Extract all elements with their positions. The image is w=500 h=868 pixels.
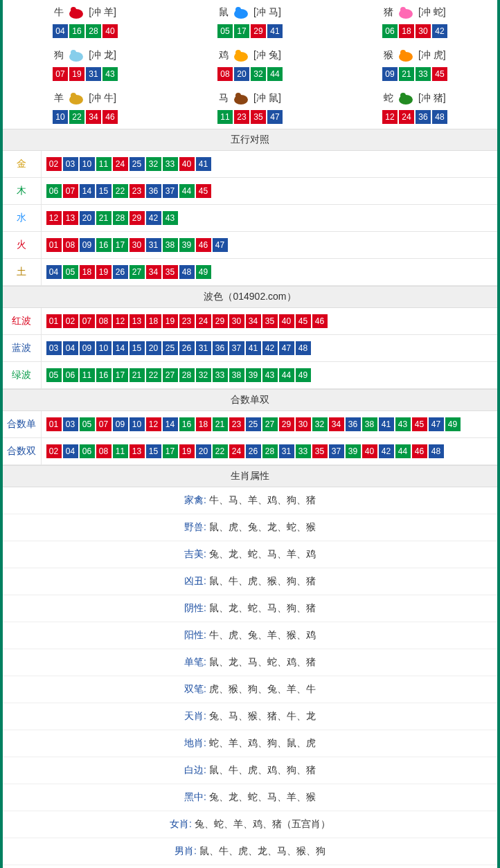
- number-ball: 15: [96, 184, 111, 198]
- attr-value: 蛇、羊、鸡、狗、鼠、虎: [209, 737, 316, 748]
- zodiac-cell: 鼠 [冲 马] 05172941: [168, 0, 332, 43]
- number-ball: 11: [217, 110, 233, 124]
- number-ball: 48: [432, 110, 447, 124]
- attr-row: 野兽: 鼠、虎、兔、龙、蛇、猴: [3, 514, 497, 541]
- number-ball: 06: [80, 444, 95, 458]
- row-label: 蓝波: [3, 335, 41, 362]
- number-ball: 24: [229, 444, 244, 458]
- number-ball: 04: [63, 341, 78, 355]
- table-row: 绿波 05061116172122272832333839434449: [3, 362, 497, 389]
- svg-point-5: [400, 7, 406, 12]
- number-ball: 35: [262, 314, 278, 328]
- zodiac-conflict: [冲 兔]: [253, 49, 281, 62]
- number-ball: 35: [312, 444, 328, 458]
- row-numbers: 03040910141520252631363741424748: [41, 335, 497, 362]
- number-ball: 43: [262, 368, 278, 382]
- number-ball: 47: [267, 110, 283, 124]
- number-ball: 48: [429, 444, 444, 458]
- number-ball: 12: [46, 211, 62, 225]
- zodiac-cell: 猴 [冲 虎] 09213345: [332, 43, 497, 86]
- svg-point-7: [71, 50, 76, 55]
- svg-point-11: [400, 50, 406, 55]
- number-ball: 32: [251, 67, 266, 81]
- zodiac-icon: [230, 4, 252, 21]
- number-ball: 30: [296, 417, 311, 431]
- number-ball: 23: [234, 110, 249, 124]
- row-numbers: 0103050709101214161821232527293032343638…: [41, 411, 497, 438]
- attr-row: 单笔: 鼠、龙、马、蛇、鸡、猪: [3, 649, 497, 676]
- number-ball: 09: [382, 67, 398, 81]
- number-ball: 30: [416, 24, 431, 38]
- number-ball: 05: [80, 417, 95, 431]
- number-ball: 02: [63, 314, 78, 328]
- zodiac-icon: [65, 4, 87, 21]
- number-ball: 17: [113, 238, 128, 252]
- zodiac-grid: 牛 [冲 羊] 04162840 鼠 [冲 马] 05172941 猪: [3, 0, 497, 129]
- number-ball: 32: [312, 417, 328, 431]
- number-ball: 42: [262, 341, 278, 355]
- svg-point-9: [235, 50, 241, 55]
- attr-row: 黑中: 兔、龙、蛇、马、羊、猴: [3, 784, 497, 811]
- zodiac-conflict: [冲 蛇]: [418, 6, 446, 19]
- number-ball: 13: [63, 211, 78, 225]
- attr-label: 黑中:: [184, 791, 209, 802]
- number-ball: 11: [113, 444, 128, 458]
- attr-label: 双笔:: [184, 683, 209, 694]
- number-ball: 18: [80, 265, 95, 279]
- number-ball: 33: [163, 157, 178, 171]
- table-row: 木 06071415222336374445: [3, 178, 497, 205]
- attr-row: 家禽: 牛、马、羊、鸡、狗、猪: [3, 487, 497, 514]
- number-ball: 37: [329, 444, 344, 458]
- number-ball: 16: [69, 24, 84, 38]
- number-ball: 36: [146, 184, 161, 198]
- zodiac-conflict: [冲 牛]: [89, 92, 116, 105]
- number-ball: 06: [382, 24, 398, 38]
- number-ball: 10: [53, 110, 68, 124]
- number-ball: 42: [146, 211, 161, 225]
- zodiac-name: 猪: [384, 6, 393, 19]
- number-ball: 27: [163, 368, 178, 382]
- number-ball: 36: [213, 341, 228, 355]
- number-ball: 10: [96, 341, 111, 355]
- number-ball: 08: [96, 314, 111, 328]
- zodiac-cell: 猪 [冲 蛇] 06183042: [332, 0, 497, 43]
- zodiac-cell: 蛇 [冲 猪] 12243648: [332, 86, 497, 129]
- table-row: 火 0108091617303138394647: [3, 232, 497, 259]
- number-ball: 45: [196, 184, 211, 198]
- number-ball: 04: [53, 24, 68, 38]
- number-ball: 41: [379, 417, 394, 431]
- zodiac-name: 羊: [54, 92, 64, 105]
- number-ball: 26: [246, 444, 261, 458]
- number-ball: 21: [399, 67, 414, 81]
- attr-row: 地肖: 蛇、羊、鸡、狗、鼠、虎: [3, 730, 497, 757]
- number-ball: 10: [80, 157, 95, 171]
- number-ball: 29: [251, 24, 266, 38]
- number-ball: 19: [69, 67, 84, 81]
- bose-table: 红波 0102070812131819232429303435404546 蓝波…: [3, 308, 497, 389]
- row-numbers: 04051819262734354849: [41, 259, 497, 286]
- number-ball: 22: [213, 444, 228, 458]
- number-ball: 35: [163, 265, 178, 279]
- zodiac-numbers: 08203244: [168, 66, 332, 82]
- number-ball: 13: [130, 444, 145, 458]
- number-ball: 17: [163, 444, 178, 458]
- number-ball: 19: [96, 265, 111, 279]
- attr-label: 地肖:: [184, 737, 209, 748]
- zodiac-name: 鼠: [219, 6, 229, 19]
- zodiac-icon: [65, 90, 87, 107]
- number-ball: 16: [96, 368, 111, 382]
- number-ball: 09: [113, 417, 128, 431]
- number-ball: 46: [196, 238, 211, 252]
- number-ball: 29: [279, 417, 294, 431]
- heshu-table: 合数单 010305070910121416182123252729303234…: [3, 411, 497, 465]
- number-ball: 28: [86, 24, 101, 38]
- number-ball: 47: [279, 341, 294, 355]
- number-ball: 05: [63, 265, 78, 279]
- number-ball: 18: [196, 417, 211, 431]
- number-ball: 10: [130, 417, 145, 431]
- attr-label: 阳性:: [184, 629, 209, 640]
- number-ball: 27: [262, 417, 278, 431]
- attr-value: 兔、龙、蛇、马、羊、鸡: [209, 548, 316, 559]
- number-ball: 49: [196, 265, 211, 279]
- number-ball: 09: [80, 341, 95, 355]
